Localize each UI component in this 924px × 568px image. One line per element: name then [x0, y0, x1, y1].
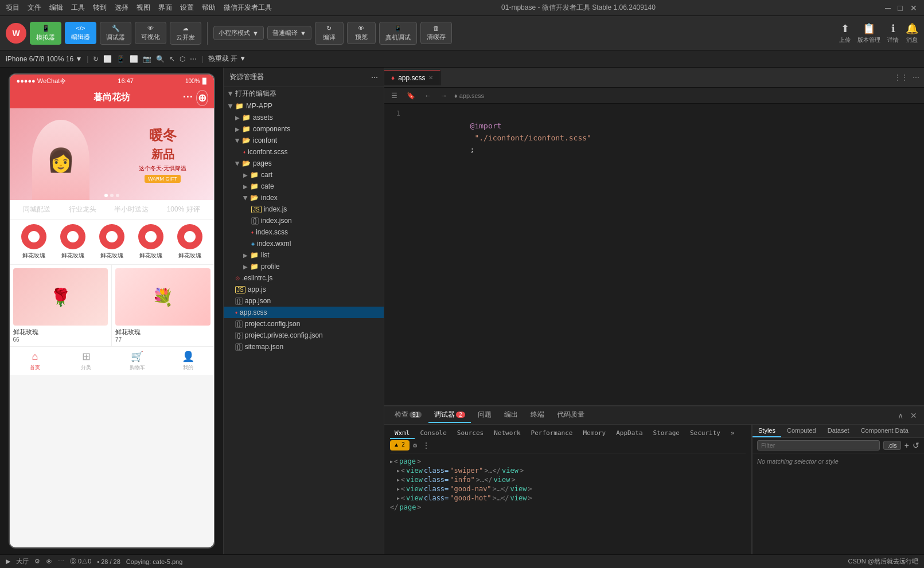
window-controls[interactable]: ─ □ ✕: [885, 4, 918, 12]
inspector-wxml-tab[interactable]: Wxml: [390, 428, 415, 439]
add-rule-icon[interactable]: +: [904, 441, 909, 450]
split-editor-icon[interactable]: ⋮⋮: [894, 73, 908, 81]
cursor-icon[interactable]: ↖: [169, 55, 175, 63]
filter-input[interactable]: [757, 440, 880, 451]
file-project-config[interactable]: {} project.config.json: [224, 318, 384, 330]
grid-item-2[interactable]: 💐 鲜花玫瑰 77: [112, 265, 214, 346]
simulator-button[interactable]: 📱 模拟器: [30, 22, 61, 45]
refresh-icon[interactable]: ↻: [93, 55, 99, 63]
menu-project[interactable]: 项目: [6, 3, 20, 13]
inspector-storage-tab[interactable]: Storage: [649, 428, 684, 439]
debugger-button[interactable]: 🔧 调试器: [100, 22, 131, 45]
tab-code-quality[interactable]: 代码质量: [551, 408, 590, 423]
clean-cache-button[interactable]: 🗑 清缓存: [420, 22, 452, 44]
bookmark-icon[interactable]: 🔖: [404, 91, 418, 101]
root-folder[interactable]: ▶ 📁 MP-APP: [224, 100, 384, 112]
inspector-sources-tab[interactable]: Sources: [453, 428, 488, 439]
file-index-scss[interactable]: ♦ index.scss: [224, 226, 384, 238]
detail-button[interactable]: ℹ 详情: [887, 22, 899, 44]
xml-info[interactable]: ▶ <view class="info" >…</view>: [390, 475, 746, 484]
folder-assets[interactable]: ▶ 📁 assets: [224, 112, 384, 123]
nav-category[interactable]: ⊞ 分类: [61, 347, 112, 375]
stop-icon[interactable]: ⬜: [103, 55, 112, 63]
folder-iconfont[interactable]: ▶ 📂 iconfont: [224, 135, 384, 146]
right-tab-dataset[interactable]: Dataset: [822, 425, 855, 437]
inspect-icon[interactable]: ⬡: [180, 55, 185, 63]
folder-index[interactable]: ▶ 📂 index: [224, 192, 384, 203]
bottom-more-icon[interactable]: ⋯: [58, 558, 64, 565]
product-4[interactable]: 鲜花玫瑰: [138, 224, 163, 260]
product-5[interactable]: 鲜花玫瑰: [177, 224, 202, 260]
file-project-private[interactable]: {} project.private.config.json: [224, 330, 384, 341]
nav-cart[interactable]: 🛒 购物车: [112, 347, 163, 375]
file-app-json[interactable]: {} app.json: [224, 295, 384, 307]
tab-debugger[interactable]: 调试器2: [428, 408, 471, 423]
version-button[interactable]: 📋 版本管理: [857, 22, 880, 44]
close-button[interactable]: ✕: [910, 4, 918, 12]
menu-interface[interactable]: 界面: [158, 3, 172, 13]
right-tab-computed[interactable]: Computed: [781, 425, 822, 437]
menu-edit[interactable]: 编辑: [49, 3, 63, 13]
cloud-button[interactable]: ☁ 云开发: [170, 22, 201, 45]
file-tree-more-icon[interactable]: ⋯: [371, 73, 378, 81]
tab-app-scss[interactable]: ♦ app.scss ✕: [384, 70, 440, 85]
menu-settings[interactable]: 设置: [180, 3, 194, 13]
more-tabs-icon[interactable]: ⋯: [913, 73, 919, 81]
editor-button[interactable]: </> 编辑器: [65, 22, 96, 44]
tab-terminal[interactable]: 终端: [525, 408, 550, 423]
folder-cart[interactable]: ▶ 📁 cart: [224, 169, 384, 181]
file-index-json[interactable]: {} index.json: [224, 215, 384, 226]
menu-dots-icon[interactable]: ⋯: [182, 90, 193, 106]
xml-swiper[interactable]: ▶ <view class="swiper" >…</view>: [390, 466, 746, 475]
folder-cate[interactable]: ▶ 📁 cate: [224, 181, 384, 192]
xml-page-close[interactable]: </page>: [390, 503, 746, 512]
refresh-styles-icon[interactable]: ↺: [913, 441, 919, 450]
menu-help[interactable]: 帮助: [202, 3, 216, 13]
menu-goto[interactable]: 转到: [93, 3, 107, 13]
product-2[interactable]: 鲜花玫瑰: [60, 224, 85, 260]
screenshot-icon[interactable]: 📷: [143, 55, 151, 63]
inspector-console-tab[interactable]: Console: [416, 428, 451, 439]
folder-list[interactable]: ▶ 📁 list: [224, 249, 384, 261]
inspector-network-tab[interactable]: Network: [489, 428, 525, 439]
file-eslintrc[interactable]: ⊙ .eslintrc.js: [224, 272, 384, 284]
devtools-close-icon[interactable]: ✕: [908, 410, 919, 421]
maximize-button[interactable]: □: [898, 4, 906, 12]
upload-button[interactable]: ⬆ 上传: [839, 22, 851, 44]
menu-view[interactable]: 视图: [137, 3, 150, 13]
inspector-performance-tab[interactable]: Performance: [527, 428, 578, 439]
hotspot-toggle[interactable]: 热重载 开 ▼: [208, 54, 247, 64]
message-button[interactable]: 🔔 消息: [906, 22, 918, 44]
visual-button[interactable]: 👁 可视化: [135, 22, 166, 44]
product-1[interactable]: 鲜花玫瑰: [21, 224, 46, 260]
inspector-appdata-tab[interactable]: AppData: [611, 428, 647, 439]
file-index-js[interactable]: JS index.js: [224, 203, 384, 215]
xml-good-hot[interactable]: ▶ <view class="good-hot" >…</view>: [390, 493, 746, 503]
menu-file[interactable]: 文件: [28, 3, 41, 13]
bottom-visible-icon[interactable]: 👁: [46, 558, 52, 565]
open-editors-section[interactable]: ▶ 打开的编辑器: [224, 87, 384, 100]
nav-home[interactable]: ⌂ 首页: [10, 347, 61, 375]
settings-icon[interactable]: ⚙: [411, 440, 419, 451]
menu-tools[interactable]: 工具: [71, 3, 85, 13]
device-selector[interactable]: iPhone 6/7/8 100% 16 ▼: [6, 55, 82, 63]
menu-wechat[interactable]: 微信开发者工具: [224, 3, 272, 13]
grid-item-1[interactable]: 🌹 鲜花玫瑰 66: [10, 265, 112, 346]
nav-profile[interactable]: 👤 我的: [163, 347, 214, 375]
file-app-scss[interactable]: ♦ app.scss: [224, 307, 384, 318]
menu-bar[interactable]: 项目 文件 编辑 工具 转到 选择 视图 界面 设置 帮助 微信开发者工具: [6, 3, 272, 13]
menu-select[interactable]: 选择: [115, 3, 128, 13]
tab-inspect[interactable]: 检查91: [389, 408, 427, 423]
more-options-icon[interactable]: ⋮: [420, 440, 432, 451]
user-avatar[interactable]: W: [6, 23, 26, 44]
devtools-up-icon[interactable]: ∧: [895, 410, 906, 421]
folder-components[interactable]: ▶ 📁 components: [224, 123, 384, 135]
folder-pages[interactable]: ▶ 📂 pages: [224, 158, 384, 169]
bottom-settings-icon[interactable]: ⚙: [34, 558, 40, 565]
preview-button[interactable]: 👁 预览: [347, 22, 376, 44]
file-app-js[interactable]: JS app.js: [224, 284, 384, 295]
compile-button[interactable]: ↻ 编译: [315, 22, 344, 45]
file-sitemap[interactable]: {} sitemap.json: [224, 341, 384, 352]
inspector-more-icon[interactable]: »: [726, 428, 739, 439]
compile-selector[interactable]: 普通编译 ▼: [267, 26, 311, 40]
